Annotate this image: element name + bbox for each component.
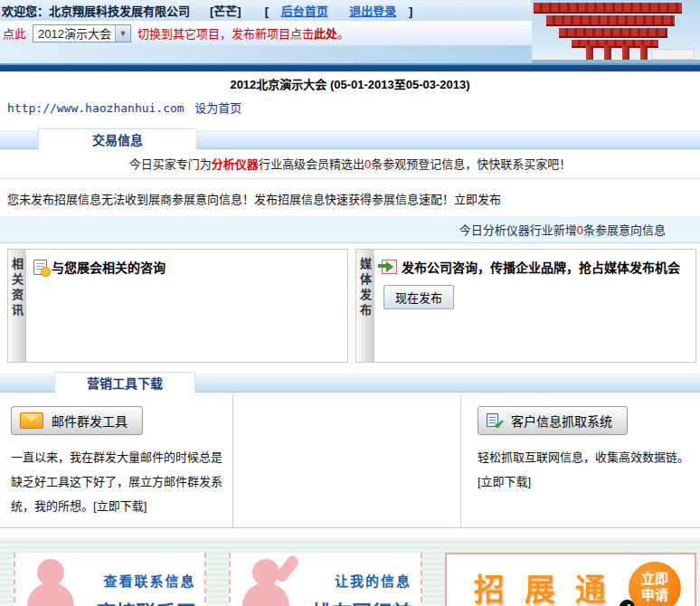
tab-marketing-tools[interactable]: 营销工具下载	[54, 372, 195, 393]
username-text: [芒芒]	[210, 2, 241, 19]
url-row: http://www.haozhanhui.com 设为首页	[0, 94, 700, 119]
contact-buyers-banner[interactable]: 查看联系信息 直接联系买家 ➔	[14, 553, 206, 606]
zhaozhantong-banner[interactable]: 招展通 招展通 立即 申请 ↗ 申请热线：010-68335476	[445, 553, 696, 606]
project-select-value: 2012演示大会	[33, 24, 115, 42]
media-publish-vertical-label: 媒体发布	[355, 249, 374, 363]
notice-text: 您未发布招展信息无法收到展商参展意向信息！发布招展信息快速获得参展信息速配！	[7, 193, 454, 206]
apply-now-line1: 立即	[629, 571, 681, 587]
event-title: 2012北京演示大会 (05-01-2013至05-03-2013)	[0, 71, 700, 94]
media-publish-title: 发布公司咨询，传播企业品牌，抢占媒体发布机会	[402, 258, 680, 276]
grab-tool-desc-text: 轻松抓取互联网信息，收集高效数据链。	[478, 450, 689, 464]
promo-text: 条参观预登记信息，快快联系买家吧！	[371, 157, 571, 171]
stat-count: 0	[577, 223, 583, 237]
trade-tab-strip: 交易信息	[0, 130, 700, 149]
logout-link[interactable]: 退出登录	[349, 5, 396, 18]
email-tool-desc: 一直以来，我在群发大量邮件的时候总是缺乏好工具这下好了，展立方邮件群发系统，我的…	[11, 445, 224, 518]
email-tool-label: 邮件群发工具	[52, 412, 128, 430]
bracket-close: ]	[409, 5, 412, 18]
related-news-box: 相关资讯 与您展会相关的咨询	[7, 249, 348, 363]
stat-text: 今日分析仪器行业新增	[459, 223, 577, 237]
header-links: [ 后台首页 退出登录 ]	[265, 2, 413, 19]
download-tools-row: 邮件群发工具 一直以来，我在群发大量邮件的时候总是缺乏好工具这下好了，展立方邮件…	[0, 395, 700, 528]
middle-column	[233, 395, 461, 527]
chevron-down-icon: ▼	[115, 25, 130, 42]
mail-icon	[20, 412, 43, 429]
grab-tool-label: 客户信息抓取系统	[511, 412, 612, 430]
rank-first-line1: 让我的信息	[305, 571, 411, 590]
contact-buyers-line1: 查看联系信息	[90, 571, 195, 590]
media-publish-title-row: 发布公司咨询，传播企业品牌，抢占媒体发布机会	[382, 258, 688, 276]
stat-text: 条参展意向信息	[583, 223, 666, 237]
switch-text: 切换到其它项目，发布新项目点击	[137, 24, 314, 42]
promo-text: 今日买家专门为	[129, 157, 212, 171]
promo-banner-area: 查看联系信息 直接联系买家 ➔ 让我的信息 排在同行前面 ➔ 招展通 招展通 立…	[0, 538, 700, 606]
publish-now-link[interactable]: 立即发布	[454, 193, 501, 206]
trade-promo-line: 今日买家专门为分析仪器行业高级会员精选出0条参观预登记信息，快快联系买家吧！	[0, 149, 700, 179]
media-publish-body: 发布公司咨询，传播企业品牌，抢占媒体发布机会 现在发布	[374, 249, 696, 363]
grab-tool-button[interactable]: ✔ 客户信息抓取系统	[478, 406, 628, 435]
grab-tool-desc: 轻松抓取互联网信息，收集高效数据链。[立即下载]	[478, 445, 691, 494]
promo-text: 行业高级会员精选出	[259, 157, 364, 171]
set-homepage-link[interactable]: 设为首页	[194, 101, 241, 115]
person-waving-icon	[231, 553, 305, 606]
publish-arrow-icon	[382, 260, 397, 274]
rank-first-text: 让我的信息 排在同行前面	[305, 553, 420, 606]
rank-first-line2: 排在同行前面	[305, 596, 411, 606]
apply-now-badge[interactable]: 立即 申请	[629, 562, 681, 606]
grab-tool-download-link[interactable]: [立即下载]	[478, 475, 531, 488]
bracket-open: [	[265, 5, 269, 18]
intent-stat-strip: 今日分析仪器行业新增0条参展意向信息	[0, 216, 700, 243]
nav-bar	[0, 63, 700, 71]
rank-first-banner[interactable]: 让我的信息 排在同行前面 ➔	[229, 553, 421, 606]
apply-now-line2: 申请	[629, 587, 681, 603]
person-silhouette-icon	[15, 553, 90, 606]
related-news-body: 与您展会相关的咨询	[26, 249, 348, 363]
info-boxes-row: 相关资讯 与您展会相关的咨询 媒体发布 发布公司咨询，传播企业品牌，抢占媒体发布…	[0, 243, 700, 363]
tools-tab-strip: 营销工具下载	[0, 374, 700, 393]
related-news-title: 与您展会相关的咨询	[52, 258, 166, 276]
promo-industry-highlight: 分析仪器	[212, 157, 259, 171]
publish-notice: 您未发布招展信息无法收到展商参展意向信息！发布招展信息快速获得参展信息速配！立即…	[0, 179, 700, 209]
publish-now-button[interactable]: 现在发布	[383, 285, 454, 309]
grab-tool-column: ✔ 客户信息抓取系统 轻松抓取互联网信息，收集高效数据链。[立即下载]	[461, 395, 700, 527]
related-news-title-row[interactable]: 与您展会相关的咨询	[33, 258, 340, 276]
email-tool-button[interactable]: 邮件群发工具	[11, 406, 143, 435]
project-select[interactable]: 2012演示大会 ▼	[33, 24, 131, 43]
tab-trade-info[interactable]: 交易信息	[38, 128, 197, 150]
email-tool-download-link[interactable]: [立即下载]	[93, 499, 147, 513]
admin-home-link[interactable]: 后台首页	[281, 5, 328, 18]
document-icon	[33, 260, 47, 275]
expo-pavilion-image	[532, 0, 700, 63]
site-url-link[interactable]: http://www.haozhanhui.com	[7, 101, 184, 115]
page: 欢迎您：北京翔展科技发展有限公司 [芒芒] [ 后台首页 退出登录 ] 点此 2…	[0, 0, 700, 606]
header: 欢迎您：北京翔展科技发展有限公司 [芒芒] [ 后台首页 退出登录 ] 点此 2…	[0, 0, 700, 63]
email-tool-column: 邮件群发工具 一直以来，我在群发大量邮件的时候总是缺乏好工具这下好了，展立方邮件…	[0, 395, 233, 527]
click-here-text: 点此	[3, 24, 26, 42]
switch-period: 。	[337, 24, 349, 42]
welcome-text: 欢迎您：北京翔展科技发展有限公司	[2, 2, 190, 19]
contact-buyers-line2: 直接联系买家	[90, 596, 195, 606]
contact-buyers-text: 查看联系信息 直接联系买家	[90, 553, 204, 606]
capture-check-icon: ✔	[487, 412, 503, 429]
switch-here-link[interactable]: 此处	[314, 24, 337, 42]
related-news-vertical-label: 相关资讯	[7, 249, 26, 363]
media-publish-box: 媒体发布 发布公司咨询，传播企业品牌，抢占媒体发布机会 现在发布	[355, 249, 696, 363]
